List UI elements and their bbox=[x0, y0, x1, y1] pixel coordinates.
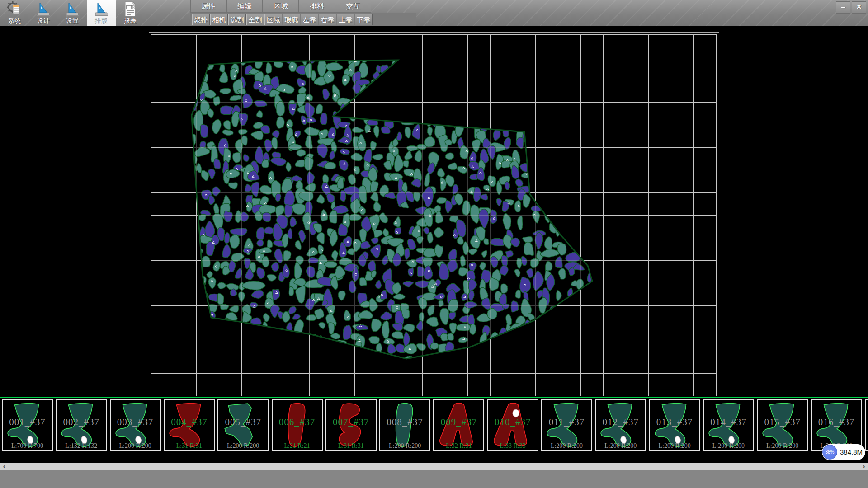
minimize-button[interactable]: – bbox=[836, 1, 850, 14]
report-doc-icon bbox=[123, 1, 138, 17]
strip-top-border bbox=[0, 397, 868, 398]
piece-thumbnail-partial[interactable]: L: bbox=[865, 399, 868, 451]
main-icon-bar: 系统设计设置排版报表 bbox=[0, 0, 145, 26]
action-button-相机[interactable]: 相机 bbox=[210, 14, 228, 25]
action-button-下靠[interactable]: 下靠 bbox=[355, 14, 373, 25]
action-button-瑕疵[interactable]: 瑕疵 bbox=[283, 14, 300, 25]
piece-thumbnail-001_#37[interactable]: 001_#37L:700 R:700 bbox=[2, 399, 53, 451]
toolbar-button-报表[interactable]: 报表 bbox=[116, 0, 145, 26]
piece-thumbnail-009_#37[interactable]: 009_#37L:32 R:31 bbox=[433, 399, 484, 451]
piece-thumbnail-012_#37[interactable]: 012_#37L:200 R:200 bbox=[595, 399, 646, 451]
toolbar-button-设计[interactable]: 设计 bbox=[29, 0, 58, 26]
nesting-canvas[interactable] bbox=[0, 26, 868, 397]
toolbar-button-排版[interactable]: 排版 bbox=[87, 0, 116, 26]
window-controls: – × bbox=[836, 1, 866, 14]
status-bar bbox=[0, 470, 868, 488]
memory-usage: 384.8M bbox=[840, 444, 863, 460]
piece-thumbnail-010_#37[interactable]: 010_#37L:33 R:33 bbox=[487, 399, 538, 451]
action-button-区域[interactable]: 区域 bbox=[264, 14, 282, 25]
piece-thumbnail-015_#37[interactable]: 015_#37L:200 R:200 bbox=[757, 399, 808, 451]
set-square-icon bbox=[36, 1, 51, 17]
action-button-右靠[interactable]: 右靠 bbox=[319, 14, 336, 25]
menu-tab-属性[interactable]: 属性 bbox=[190, 0, 226, 13]
menu-tab-编辑[interactable]: 编辑 bbox=[226, 0, 263, 13]
menu-tab-排料[interactable]: 排料 bbox=[299, 0, 335, 13]
set-square-icon bbox=[94, 1, 109, 17]
toolbar-button-label: 设置 bbox=[66, 17, 79, 24]
toolbar-button-设置[interactable]: 设置 bbox=[58, 0, 87, 26]
action-button-row: 聚排相机选割全割区域瑕疵左靠右靠上靠下靠 bbox=[190, 13, 416, 26]
gear-doc-icon bbox=[7, 1, 22, 17]
piece-thumbnail-014_#37[interactable]: 014_#37L:200 R:200 bbox=[703, 399, 754, 451]
piece-thumbnail-011_#37[interactable]: 011_#37L:200 R:200 bbox=[541, 399, 592, 451]
close-button[interactable]: × bbox=[852, 1, 866, 14]
piece-thumbnail-006_#37[interactable]: 006_#37L:21 R:21 bbox=[272, 399, 323, 451]
toolbar: 系统设计设置排版报表 属性编辑区域排料交互 聚排相机选割全割区域瑕疵左靠右靠上靠… bbox=[0, 0, 868, 26]
action-button-聚排[interactable]: 聚排 bbox=[192, 14, 210, 25]
piece-thumbnail-002_#37[interactable]: 002_#37L:132 R:132 bbox=[56, 399, 107, 451]
menu-tab-row: 属性编辑区域排料交互 bbox=[190, 0, 371, 13]
scroll-left-arrow-icon[interactable]: ‹ bbox=[0, 463, 8, 470]
piece-thumbnail-007_#37[interactable]: 007_#37L:31 R:31 bbox=[326, 399, 377, 451]
piece-thumbnail-008_#37[interactable]: 008_#37L:200 R:200 bbox=[379, 399, 430, 451]
toolbar-button-label: 系统 bbox=[8, 17, 21, 24]
toolbar-button-label: 排版 bbox=[95, 17, 108, 24]
menu-tab-区域[interactable]: 区域 bbox=[263, 0, 299, 13]
app-window: 系统设计设置排版报表 属性编辑区域排料交互 聚排相机选割全割区域瑕疵左靠右靠上靠… bbox=[0, 0, 868, 488]
toolbar-button-label: 报表 bbox=[124, 17, 137, 24]
nest-drawing bbox=[0, 26, 868, 397]
horizontal-scrollbar[interactable]: ‹ › bbox=[0, 463, 868, 470]
action-button-上靠[interactable]: 上靠 bbox=[337, 14, 354, 25]
progress-badge: 38% 384.8M bbox=[822, 444, 865, 460]
piece-thumbnail-016_#37[interactable]: 016_#37L:200 R:200 bbox=[811, 399, 862, 451]
piece-thumbnail-strip: 001_#37L:700 R:700002_#37L:132 R:132003_… bbox=[0, 397, 868, 453]
piece-thumbnail-004_#37[interactable]: 004_#37L:31 R:31 bbox=[164, 399, 215, 451]
action-button-全割[interactable]: 全割 bbox=[246, 14, 264, 25]
toolbar-button-系统[interactable]: 系统 bbox=[0, 0, 29, 26]
action-button-左靠[interactable]: 左靠 bbox=[301, 14, 318, 25]
piece-thumbnail-013_#37[interactable]: 013_#37L:200 R:200 bbox=[649, 399, 700, 451]
menu-tab-交互[interactable]: 交互 bbox=[335, 0, 371, 13]
piece-thumbnail-005_#37[interactable]: 005_#37L:200 R:200 bbox=[217, 399, 269, 451]
piece-thumbnail-003_#37[interactable]: 003_#37L:200 R:200 bbox=[110, 399, 161, 451]
action-button-选割[interactable]: 选割 bbox=[228, 14, 246, 25]
toolbar-button-label: 设计 bbox=[37, 17, 50, 24]
set-square-icon bbox=[65, 1, 80, 17]
scroll-right-arrow-icon[interactable]: › bbox=[860, 463, 868, 470]
progress-percent: 38% bbox=[822, 445, 837, 460]
